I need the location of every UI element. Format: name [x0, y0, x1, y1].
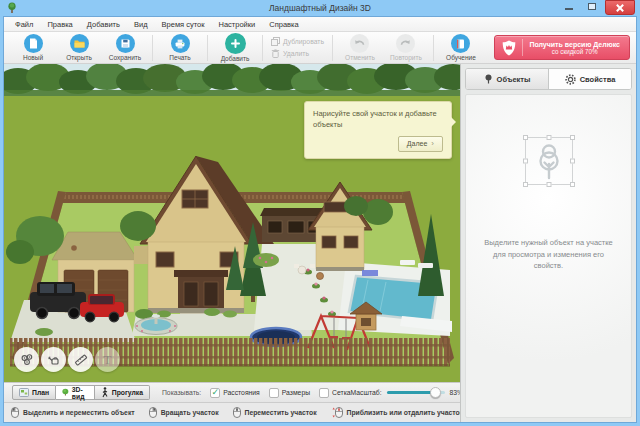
tree-icon — [484, 74, 493, 84]
status-bar: Выделить и переместить объект Вращать уч… — [4, 402, 460, 422]
checkbox-unchecked-icon — [319, 388, 329, 398]
shield-crown-icon — [502, 40, 516, 56]
app-window: Ландшафтный Дизайн 3D Файл Правка Добави… — [0, 0, 640, 426]
canvas-tool-buttons: T — [14, 347, 120, 372]
next-button[interactable]: Далее › — [398, 136, 443, 152]
new-document-icon — [24, 34, 43, 53]
checkbox-unchecked-icon — [269, 388, 279, 398]
tab-objects[interactable]: Объекты — [466, 69, 549, 89]
menu-help[interactable]: Справка — [262, 20, 305, 29]
status-rotate-plot: Вращать участок — [149, 407, 219, 418]
training-button[interactable]: Обучение — [438, 34, 484, 61]
walk-view-button[interactable]: Прогулка — [95, 385, 150, 400]
trash-icon — [271, 49, 280, 58]
mouse-wheel-icon — [233, 407, 241, 418]
tree-3d-icon — [62, 387, 69, 398]
open-folder-icon — [70, 34, 89, 53]
tree-placeholder-icon — [534, 142, 564, 180]
ruler-icon — [74, 353, 88, 367]
toolbar: Новый Открыть Сохранить Печать — [4, 32, 636, 64]
sizes-checkbox[interactable]: Размеры — [269, 388, 310, 398]
scale-slider-handle[interactable] — [430, 387, 441, 398]
flowers-icon — [20, 353, 34, 367]
plants-tool-button[interactable] — [14, 347, 39, 372]
menu-time-of-day[interactable]: Время суток — [155, 20, 212, 29]
object-placeholder — [525, 137, 573, 185]
maximize-button[interactable] — [582, 0, 602, 13]
scale-label: Масштаб: — [351, 389, 382, 396]
save-button[interactable]: Сохранить — [102, 34, 148, 61]
view-control-bar: План 3D-вид — [4, 382, 460, 402]
chevron-right-icon: › — [431, 139, 434, 148]
mouse-left-button-icon — [11, 407, 19, 418]
tab-properties[interactable]: Свойства — [549, 69, 631, 89]
view-mode-switcher: План 3D-вид — [12, 385, 150, 400]
walking-person-icon — [101, 387, 109, 398]
hint-tooltip: Нарисуйте свой участок и добавьте объект… — [304, 101, 452, 159]
text-tool-icon: T — [104, 352, 112, 368]
new-button[interactable]: Новый — [10, 34, 56, 61]
panel-tabs: Объекты Свойства — [465, 68, 632, 90]
get-deluxe-button[interactable]: Получить версию Делюкс со скидкой 70% — [494, 35, 630, 60]
printer-icon — [171, 34, 190, 53]
right-panel: Объекты Свойства — [460, 64, 636, 422]
undo-arrow-icon — [350, 34, 369, 53]
book-icon — [451, 34, 470, 53]
view-3d-button[interactable]: 3D-вид — [56, 385, 95, 400]
gear-icon — [565, 74, 576, 85]
plan-icon — [19, 388, 29, 397]
save-floppy-icon — [116, 34, 135, 53]
grid-checkbox[interactable]: Сетка — [319, 388, 350, 398]
mouse-right-button-icon — [149, 407, 157, 418]
window-title: Ландшафтный Дизайн 3D — [3, 3, 637, 13]
plus-icon — [225, 33, 246, 54]
scene-3d-viewport[interactable]: Нарисуйте свой участок и добавьте объект… — [4, 64, 460, 382]
redo-arrow-icon — [396, 34, 415, 53]
hint-text: Нарисуйте свой участок и добавьте объект… — [313, 109, 443, 131]
menu-view[interactable]: Вид — [127, 20, 155, 29]
print-button[interactable]: Печать — [157, 34, 203, 61]
ruler-tool-button[interactable] — [68, 347, 93, 372]
minimize-button[interactable] — [559, 0, 579, 13]
delete-button[interactable]: Удалить — [271, 49, 324, 58]
text-tool-button[interactable]: T — [95, 347, 120, 372]
status-zoom-plot: Приблизить или отдалить участок — [331, 407, 464, 418]
duplicate-button[interactable]: Дублировать — [271, 37, 324, 46]
status-select-move-object: Выделить и переместить объект — [11, 407, 135, 418]
title-bar: Ландшафтный Дизайн 3D — [3, 0, 637, 16]
checkbox-checked-icon — [210, 388, 220, 398]
watering-can-icon — [47, 353, 61, 367]
menu-add[interactable]: Добавить — [80, 20, 127, 29]
watering-can-tool-button[interactable] — [41, 347, 66, 372]
properties-empty-state: Выделите нужный объект на участке для пр… — [465, 94, 632, 418]
add-button[interactable]: Добавить — [212, 33, 258, 62]
redo-button[interactable]: Повторить — [383, 34, 429, 61]
open-button[interactable]: Открыть — [56, 34, 102, 61]
menu-settings[interactable]: Настройки — [211, 20, 262, 29]
menu-file[interactable]: Файл — [8, 20, 40, 29]
distances-checkbox[interactable]: Расстояния — [210, 388, 260, 398]
plan-view-button[interactable]: План — [12, 385, 56, 400]
app-logo-icon — [7, 2, 17, 14]
status-move-plot: Переместить участок — [233, 407, 317, 418]
copy-icon — [271, 37, 280, 46]
menu-bar: Файл Правка Добавить Вид Время суток Нас… — [4, 17, 636, 32]
close-button[interactable] — [605, 0, 635, 15]
scale-slider[interactable] — [387, 391, 445, 394]
menu-edit[interactable]: Правка — [40, 20, 79, 29]
scale-control: Масштаб: 83% — [351, 389, 464, 396]
show-label: Показывать: — [162, 389, 201, 396]
undo-button[interactable]: Отменить — [337, 34, 383, 61]
properties-hint-text: Выделите нужный объект на участке для пр… — [466, 237, 631, 272]
mouse-scroll-icon — [331, 407, 343, 418]
